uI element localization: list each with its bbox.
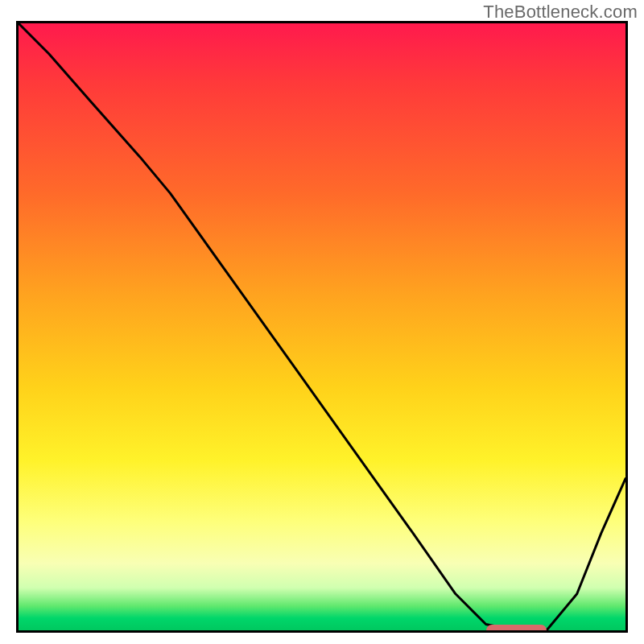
plot-area	[16, 21, 628, 633]
optimal-range-marker	[486, 625, 547, 633]
bottleneck-curve	[19, 23, 625, 630]
watermark-text: TheBottleneck.com	[483, 2, 638, 23]
chart-container: TheBottleneck.com	[0, 0, 644, 644]
